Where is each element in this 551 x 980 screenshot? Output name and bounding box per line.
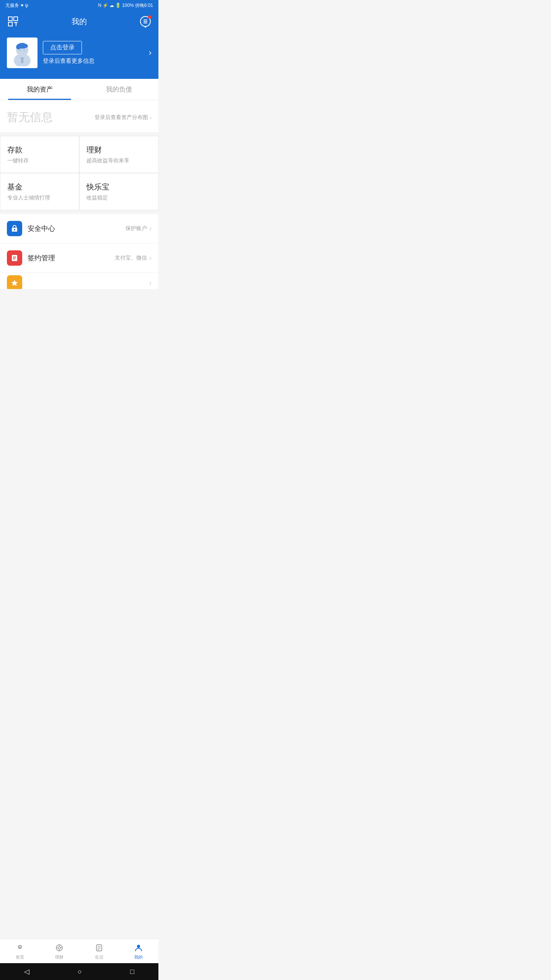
profile-info: 点击登录 登录后查看更多信息: [43, 41, 143, 65]
status-left: 无服务 ♥ ψ: [5, 2, 28, 9]
list-item-contract[interactable]: 签约管理 支付宝、微信 ›: [0, 243, 158, 273]
contract-icon-box: [7, 250, 22, 266]
status-battery-icon: 🔋: [115, 3, 121, 8]
svg-rect-13: [21, 59, 23, 63]
scan-button[interactable]: [7, 15, 19, 28]
status-usb: ψ: [25, 3, 28, 8]
view-distribution-link[interactable]: 登录后查看资产分布图 ›: [95, 114, 152, 121]
svg-marker-20: [11, 280, 18, 286]
message-lines-icon: [143, 20, 147, 23]
contract-label: 签约管理: [28, 253, 109, 263]
grid-item-kuaile[interactable]: 快乐宝 收益稳定: [79, 173, 158, 210]
grid-item-wealth[interactable]: 理财 超高收益等你来享: [79, 136, 158, 173]
status-bar: 无服务 ♥ ψ N ⚡ ☁ 🔋 100% 傍晚6:01: [0, 0, 158, 11]
status-time: 傍晚6:01: [135, 2, 153, 9]
profile-arrow-icon[interactable]: ›: [149, 48, 152, 58]
tab-liabilities[interactable]: 我的负债: [79, 79, 158, 100]
security-chevron-icon: ›: [149, 225, 152, 233]
svg-rect-2: [8, 22, 12, 26]
status-health: ♥: [21, 3, 23, 8]
status-signal: 无服务: [5, 2, 19, 9]
distribution-chevron-icon: ›: [150, 114, 152, 121]
svg-rect-0: [8, 17, 12, 21]
status-vibrate: ⚡: [103, 3, 108, 8]
status-wifi: ☁: [109, 3, 114, 8]
list-item-security[interactable]: 安全中心 保护账户 ›: [0, 214, 158, 243]
no-info-section: 暂无信息 登录后查看资产分布图 ›: [0, 100, 158, 132]
message-button[interactable]: [139, 15, 152, 28]
partial-right: ›: [149, 279, 152, 287]
status-battery: 100%: [122, 3, 134, 8]
svg-point-15: [14, 229, 15, 230]
message-badge: [148, 15, 152, 19]
profile-section: 点击登录 登录后查看更多信息 ›: [0, 32, 158, 79]
product-grid: 存款 一键转存 理财 超高收益等你来享 基金 专业人士倾情打理 快乐宝 收益稳定: [0, 136, 158, 210]
menu-list: 安全中心 保护账户 › 签约管理 支付宝、微信 ›: [0, 214, 158, 289]
svg-rect-1: [14, 17, 18, 21]
login-button[interactable]: 点击登录: [43, 41, 82, 54]
svg-point-9: [18, 43, 26, 47]
login-hint: 登录后查看更多信息: [43, 57, 143, 65]
svg-point-11: [23, 49, 25, 51]
app-header: 我的: [0, 11, 158, 32]
page-title: 我的: [19, 16, 139, 27]
partial-chevron-icon: ›: [149, 279, 152, 287]
status-right: N ⚡ ☁ 🔋 100% 傍晚6:01: [98, 2, 153, 9]
svg-point-10: [20, 49, 21, 51]
security-right: 保护账户 ›: [126, 225, 152, 233]
contract-chevron-icon: ›: [149, 254, 152, 262]
partial-icon-box: [7, 275, 22, 289]
status-nfc: N: [98, 3, 101, 8]
svg-rect-12: [20, 57, 24, 59]
asset-tabs: 我的资产 我的负债: [0, 79, 158, 100]
list-item-partial[interactable]: ›: [0, 273, 158, 289]
contract-right: 支付宝、微信 ›: [115, 254, 152, 262]
grid-item-fund[interactable]: 基金 专业人士倾情打理: [0, 173, 79, 210]
avatar: [7, 38, 37, 68]
tab-assets[interactable]: 我的资产: [0, 79, 79, 100]
no-info-text: 暂无信息: [7, 109, 53, 125]
security-icon-box: [7, 221, 22, 236]
grid-item-deposit[interactable]: 存款 一键转存: [0, 136, 79, 173]
security-label: 安全中心: [28, 224, 120, 233]
